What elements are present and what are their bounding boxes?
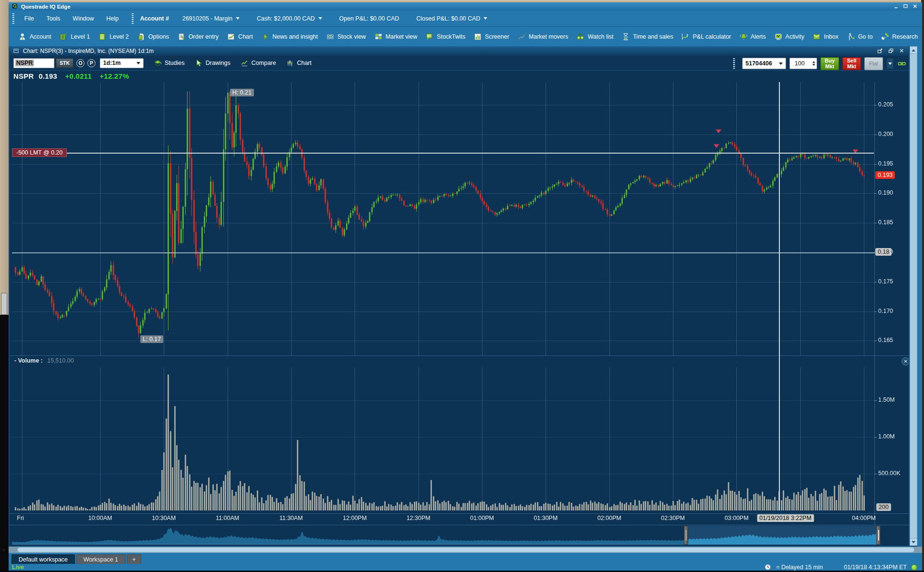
quantity-stepper[interactable]: 100	[789, 58, 817, 69]
stocktwits-icon: ST	[425, 32, 434, 41]
order-id-select[interactable]: 51704406	[742, 58, 786, 69]
link-icon[interactable]	[897, 59, 906, 68]
order-limit-line[interactable]	[12, 153, 874, 154]
toolbar-item-chart[interactable]: Chart	[227, 32, 253, 41]
chart-tool-drawings[interactable]: Drawings	[195, 59, 231, 67]
chart-tool-chart-type[interactable]: Chart	[286, 59, 312, 67]
toolbar-item-options[interactable]: Options	[137, 32, 169, 41]
quote-change: +0.0211	[65, 72, 92, 80]
account-info-text: Cash: $2,000.00 CAD	[257, 15, 315, 22]
symbol-input[interactable]: NSPR	[13, 58, 54, 68]
menu-file[interactable]: File	[18, 13, 40, 24]
toolbar-item-time-sales[interactable]: Time and sales	[621, 32, 673, 41]
workspace-tab[interactable]: Workspace 1	[76, 554, 126, 564]
close-icon[interactable]	[911, 3, 919, 10]
price-chart-canvas[interactable]	[10, 71, 909, 546]
time-axis-tick: 10:00AM	[88, 515, 112, 521]
volume-pane-close-icon[interactable]: ✕	[902, 357, 909, 365]
maximize-icon[interactable]	[902, 3, 910, 10]
horizontal-scrollbar[interactable]	[9, 547, 922, 553]
scroll-down-icon[interactable]	[910, 538, 917, 546]
account-info-text: Open P&L: $0.00 CAD	[339, 15, 399, 22]
sell-mkt-button[interactable]: Sell Mkt	[842, 57, 861, 70]
minimize-icon[interactable]	[892, 3, 900, 10]
toolbar-item-level1[interactable]: Level 1	[59, 32, 90, 41]
menu-window[interactable]: Window	[66, 13, 100, 24]
activity-icon	[774, 32, 783, 41]
buy-mkt-button[interactable]: Buy Mkt	[820, 57, 839, 70]
account-info-0[interactable]: 26910205 - Margin	[182, 15, 240, 22]
chart-close-icon[interactable]	[899, 48, 905, 54]
security-type-button[interactable]: STK	[56, 58, 74, 68]
workspace-tab[interactable]: Default workspace	[11, 554, 75, 564]
time-axis-tick: 01:30PM	[534, 515, 557, 521]
app-titlebar[interactable]: Questrade IQ Edge	[9, 2, 922, 10]
main-toolbar: AccountLevel 1Level 2OptionsOrder entryC…	[9, 26, 922, 46]
hscroll-thumb[interactable]	[17, 547, 914, 552]
spin-up-icon[interactable]	[812, 61, 815, 63]
account-info-3[interactable]: Closed P&L: $0.00 CAD	[416, 15, 487, 22]
toolbar-item-alerts[interactable]: Alerts	[739, 32, 766, 41]
toolbar-item-label: Go to	[858, 33, 873, 40]
chevron-down-icon	[318, 17, 322, 20]
toolbar-item-account[interactable]: Account	[18, 32, 51, 41]
toolbar-item-screener[interactable]: Screener	[473, 32, 509, 41]
navigator-left-handle[interactable]	[684, 526, 688, 545]
quote-last: 0.193	[39, 72, 57, 80]
toolbar-item-label: Activity	[786, 33, 805, 40]
time-axis-tick: 04:00PM	[852, 515, 876, 521]
spin-down-icon[interactable]	[812, 64, 815, 66]
current-volume-badge: 200	[876, 503, 891, 511]
toolbar-item-market-movers[interactable]: Market movers	[517, 32, 568, 41]
o-button[interactable]: O	[76, 59, 84, 67]
price-axis-separator	[874, 82, 875, 525]
pane-separator[interactable]	[10, 355, 909, 356]
add-workspace-button[interactable]: +	[127, 554, 141, 564]
scroll-up-icon[interactable]	[910, 46, 917, 54]
account-toolbar-grip[interactable]	[132, 13, 134, 24]
chart-tool-label: Drawings	[206, 60, 231, 66]
app-logo-icon	[11, 3, 19, 10]
menu-tools[interactable]: Tools	[40, 13, 66, 24]
toolbar-item-pnl-calculator[interactable]: P&L calculator	[681, 32, 731, 41]
screener-icon	[473, 32, 482, 41]
options-icon	[137, 32, 146, 41]
popout-icon[interactable]	[877, 48, 884, 55]
p-button[interactable]: P	[87, 59, 95, 67]
inbox-icon	[812, 32, 821, 41]
account-info-2[interactable]: Open P&L: $0.00 CAD	[339, 15, 399, 22]
toolbar-item-goto[interactable]: Go to	[847, 32, 873, 41]
order-cluster-grip[interactable]	[733, 58, 735, 69]
flat-button[interactable]: Flat	[864, 57, 883, 70]
toolbar-item-market-view[interactable]: Market view	[374, 32, 418, 41]
toolbar-item-stocktwits[interactable]: STStockTwits	[425, 32, 465, 41]
time-cursor-line	[779, 82, 780, 510]
toolbar-item-level2[interactable]: Level 2	[98, 32, 128, 41]
restore-icon[interactable]	[888, 48, 895, 55]
menubar-grip[interactable]	[12, 13, 14, 24]
vertical-scrollbar[interactable]	[910, 46, 917, 546]
timeframe-select[interactable]: 1d:1m	[100, 58, 144, 68]
cursor-time-badge: 01/19/2018 3:22PM	[757, 514, 814, 522]
clock-icon	[765, 564, 772, 571]
toolbar-item-order-entry[interactable]: Order entry	[177, 32, 219, 41]
menu-help[interactable]: Help	[100, 13, 125, 24]
chart-window-titlebar[interactable]: Chart: NSPR(3) - InspireMD, Inc. (NYSEAM…	[10, 46, 909, 56]
navigator-right-handle[interactable]	[876, 526, 881, 545]
status-bar: Live = Delayed 15 min 01/19/18 4:13:34PM…	[9, 564, 922, 571]
scroll-left-arrow[interactable]	[2, 548, 5, 552]
toolbar-item-news[interactable]: News and insight	[261, 32, 318, 41]
research-icon	[881, 32, 889, 41]
toolbar-item-stock-view[interactable]: Stock view	[326, 32, 366, 41]
account-info-1[interactable]: Cash: $2,000.00 CAD	[257, 15, 322, 22]
volume-indicator-label[interactable]: - Volume : 15,510.00	[14, 357, 74, 364]
order-limit-label[interactable]: -500 LMT @ 0.20	[12, 148, 67, 157]
toolbar-item-watch-list[interactable]: Watch list	[576, 32, 613, 41]
chart-tool-compare[interactable]: Compare	[241, 59, 276, 67]
window-menu-icon[interactable]	[13, 48, 20, 55]
chart-tool-studies[interactable]: Studies	[154, 59, 185, 67]
toolbar-item-research[interactable]: Research	[881, 32, 918, 41]
toolbar-item-inbox[interactable]: Inbox	[812, 32, 839, 41]
order-options-dropdown[interactable]	[886, 58, 894, 69]
toolbar-item-activity[interactable]: Activity	[774, 32, 805, 41]
